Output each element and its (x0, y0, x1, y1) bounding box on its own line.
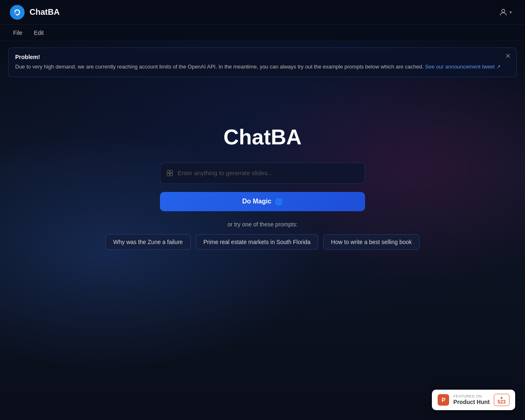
alert-close-button[interactable]: ✕ (505, 53, 511, 59)
menubar: File Edit (0, 25, 525, 41)
prompt-chip-zune[interactable]: Why was the Zune a failure (105, 234, 191, 250)
product-hunt-votes: ▲ 523 (494, 394, 509, 406)
product-hunt-badge[interactable]: P FEATURED ON Product Hunt ▲ 523 (432, 390, 515, 410)
svg-point-1 (14, 12, 16, 14)
edit-menu-item[interactable]: Edit (29, 28, 49, 38)
navbar-right: ▾ (495, 6, 515, 18)
navbar: ChatBA ▾ (0, 0, 525, 25)
navbar-brand: ChatBA (10, 5, 59, 20)
do-magic-label: Do Magic (242, 198, 271, 205)
app-logo-icon (10, 5, 25, 20)
search-input-wrap (160, 162, 365, 184)
do-magic-button[interactable]: Do Magic 🌀 (160, 192, 365, 211)
alert-body: Due to very high demand, we are currentl… (15, 63, 510, 71)
svg-rect-6 (170, 173, 173, 176)
search-icon (166, 169, 173, 177)
app-title: ChatBA (30, 7, 59, 17)
hero-title: ChatBA (224, 125, 302, 149)
prompt-chip-book[interactable]: How to write a best selling book (323, 234, 420, 250)
svg-point-0 (10, 5, 25, 20)
svg-rect-4 (170, 170, 173, 173)
magic-emoji: 🌀 (275, 198, 283, 205)
file-menu-item[interactable]: File (8, 28, 27, 38)
svg-rect-5 (167, 173, 169, 176)
product-hunt-text: FEATURED ON Product Hunt (453, 394, 490, 406)
search-input[interactable] (178, 169, 359, 176)
prompts-label: or try one of these prompts: (227, 221, 297, 228)
search-container (160, 162, 365, 184)
user-icon (499, 8, 508, 17)
alert-title: Problem! (15, 54, 510, 60)
svg-point-2 (502, 9, 504, 12)
vote-count: 523 (498, 399, 506, 404)
prompt-chip-realestate[interactable]: Prime real estate markets in South Flori… (196, 234, 318, 250)
chevron-down-icon: ▾ (509, 9, 512, 15)
alert-banner: Problem! Due to very high demand, we are… (8, 48, 517, 77)
prompts-row: Why was the Zune a failure Prime real es… (105, 234, 420, 250)
user-menu-button[interactable]: ▾ (495, 6, 515, 18)
alert-link[interactable]: See our announcement tweet ↗ (425, 64, 500, 70)
main-content: ChatBA Do Magic 🌀 or try one of these pr… (0, 84, 525, 250)
product-hunt-logo: P (438, 394, 449, 406)
svg-rect-3 (167, 170, 169, 173)
product-hunt-name: Product Hunt (453, 399, 490, 406)
product-hunt-featured-label: FEATURED ON (453, 394, 490, 399)
